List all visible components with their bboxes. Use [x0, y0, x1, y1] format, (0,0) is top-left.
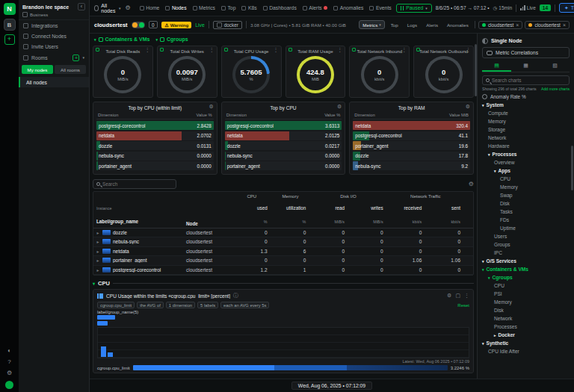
- add-space-button[interactable]: +: [4, 34, 15, 45]
- top-table-row[interactable]: portainer_agent 0.0000: [225, 161, 342, 170]
- reset-link[interactable]: Reset: [457, 303, 469, 308]
- search-input[interactable]: [102, 181, 173, 187]
- metric-card-total-network-inbound[interactable]: ⋮ Total Network Inbound 0 kbit/s: [349, 46, 410, 98]
- menu-item-ipc[interactable]: IPC: [478, 249, 574, 257]
- card-menu-icon[interactable]: ⋮: [337, 47, 342, 53]
- metric-card-total-disk-writes[interactable]: ⋮ Total Disk Writes 0.0097 MiB/s: [157, 46, 217, 98]
- tab-alerts[interactable]: Alerts: [303, 5, 327, 10]
- menu-item-disk[interactable]: Disk: [478, 306, 574, 314]
- dimension-value-bar[interactable]: [133, 365, 448, 370]
- live-status[interactable]: Live: [520, 5, 536, 10]
- room-tab-all-rooms[interactable]: All rooms: [55, 65, 86, 74]
- tab-k8s[interactable]: K8s: [241, 5, 256, 10]
- menu-item-cpu-idle-after[interactable]: CPU Idle After: [478, 347, 574, 355]
- expand-icon[interactable]: ▢: [455, 293, 460, 299]
- menu-item-cpu[interactable]: CPU: [478, 281, 574, 290]
- settings-icon[interactable]: ⚙: [7, 370, 12, 376]
- top-table-row[interactable]: netdata 320.4: [353, 121, 470, 130]
- menu-item-tasks[interactable]: Tasks: [478, 208, 574, 216]
- menu-item-storage[interactable]: Storage: [478, 125, 574, 134]
- menu-item-swap[interactable]: Swap: [478, 191, 574, 199]
- node-count-badge[interactable]: 14: [540, 4, 551, 11]
- netdata-logo[interactable]: N: [4, 3, 16, 15]
- menu-item-docker[interactable]: ▸Docker: [478, 331, 574, 339]
- collapse-sidebar-button[interactable]: ‹: [78, 3, 85, 10]
- menu-item-network[interactable]: Network: [478, 134, 574, 142]
- space-avatar[interactable]: B: [4, 19, 16, 31]
- metric-card-total-disk-reads[interactable]: ⋮ Total Disk Reads 0 MiB/s: [93, 46, 153, 98]
- table-row[interactable]: ▸ portainer_agent cloudsertest 00001.061…: [93, 256, 473, 266]
- menu-item-cgroups[interactable]: ▾Cgroups: [478, 273, 574, 281]
- node-header[interactable]: Node: [186, 221, 232, 226]
- card-menu-icon[interactable]: ⋮: [209, 47, 215, 53]
- charts-tab[interactable]: ▤: [482, 61, 511, 72]
- menu-item-system[interactable]: ▾System: [478, 101, 574, 109]
- expand-icon[interactable]: ▸: [93, 258, 102, 263]
- expand-icon[interactable]: ▸: [93, 267, 102, 273]
- open-node-chip[interactable]: cloudsertest×: [478, 21, 523, 29]
- table-settings-icon[interactable]: ⚙: [337, 104, 342, 110]
- table-search[interactable]: [93, 179, 176, 189]
- definition-chip[interactable]: the AVG of: [137, 302, 164, 308]
- column-header-received[interactable]: receivedkbit/s: [387, 199, 426, 226]
- add-charts-link[interactable]: Add more charts: [541, 87, 570, 91]
- room-all-nodes[interactable]: All nodes: [19, 77, 89, 87]
- alerts-tab[interactable]: ▧: [540, 61, 570, 72]
- column-header-read[interactable]: readMiB/s: [309, 199, 348, 226]
- menu-item-fds[interactable]: FDs: [478, 216, 574, 224]
- overview-tab[interactable]: ▦: [511, 61, 540, 72]
- menu-item-memory[interactable]: Memory: [478, 298, 574, 306]
- table-row[interactable]: ▸ dozzle cloudsertest 000000: [93, 228, 473, 238]
- node-view-logs[interactable]: Logs: [404, 21, 420, 28]
- instance-header[interactable]: Instance: [96, 206, 111, 211]
- menu-item-hardware[interactable]: Hardware: [478, 142, 574, 150]
- definition-chip[interactable]: 5 labels: [197, 302, 218, 308]
- more-icon[interactable]: ⋮: [464, 293, 469, 299]
- top-table-row[interactable]: portainer_agent 19.6: [353, 141, 470, 150]
- tab-dashboards[interactable]: Dashboards: [263, 5, 297, 10]
- time-range[interactable]: 8/6/25 • 06:57 → 07:12 •: [436, 5, 490, 10]
- tab-events[interactable]: Events: [369, 5, 391, 10]
- top-table-row[interactable]: nebula-sync 9.2: [353, 161, 470, 170]
- node-view-metrics[interactable]: Metrics▾: [359, 20, 384, 29]
- cpu-section-header[interactable]: ▾ CPU: [93, 280, 474, 287]
- help-icon[interactable]: ?: [7, 358, 10, 365]
- add-room-button[interactable]: +: [72, 55, 79, 61]
- menu-item-psi[interactable]: PSI: [478, 290, 574, 298]
- card-menu-icon[interactable]: ⋮: [401, 47, 407, 53]
- tab-anomalies[interactable]: Anomalies: [333, 5, 363, 10]
- metric-correlations-button[interactable]: Metric Correlations: [482, 47, 570, 58]
- top-table-row[interactable]: netdata 2.0125: [225, 131, 342, 140]
- menu-item-memory[interactable]: Memory: [478, 183, 574, 191]
- chart-settings-icon[interactable]: ⚙: [447, 293, 451, 299]
- scrollbar[interactable]: [571, 146, 573, 190]
- menu-item-compute[interactable]: Compute: [478, 109, 574, 117]
- top-table-row[interactable]: netdata 2.0702: [96, 131, 214, 140]
- menu-item-overview[interactable]: Overview: [478, 158, 574, 167]
- menu-item-groups[interactable]: Groups: [478, 240, 574, 249]
- sidebar-item-integrations[interactable]: Integrations: [19, 20, 89, 31]
- duration-selector[interactable]: ◷ 15min: [493, 5, 512, 11]
- breadcrumb-section[interactable]: ▾ Containers & VMs: [94, 37, 149, 42]
- top-table-row[interactable]: nebula-sync 0.0000: [225, 152, 342, 161]
- node-view-top[interactable]: Top: [388, 21, 401, 28]
- table-settings-icon[interactable]: ⚙: [209, 104, 213, 110]
- top-table-row[interactable]: dozzle 0.0217: [225, 141, 342, 150]
- menu-item-o-s-services[interactable]: ▾O/S Services: [478, 257, 574, 265]
- timeline-bar[interactable]: Wed, Aug 06, 2025 • 07:12:09: [90, 379, 574, 392]
- sidebar-item-invite-users[interactable]: Invite Users: [19, 41, 89, 52]
- menu-item-processes[interactable]: ▾Processes: [478, 150, 574, 158]
- column-header-utilization[interactable]: utilization%: [271, 199, 310, 226]
- top-table-row[interactable]: portainer_agent 0.0000: [96, 161, 214, 170]
- menu-item-memory[interactable]: Memory: [478, 117, 574, 125]
- top-table-row[interactable]: dozzle 17.8: [353, 152, 470, 161]
- legend-pill[interactable]: [97, 321, 108, 326]
- theme-icon[interactable]: ◐: [7, 347, 11, 354]
- cpu-limit-chart[interactable]: CPU Usage within the limits «cgroup.cpu_…: [93, 289, 474, 373]
- warning-badge[interactable]: ⚠ Warning: [161, 22, 191, 28]
- node-view-alerts[interactable]: Alerts: [423, 21, 441, 28]
- menu-item-cpu[interactable]: CPU: [478, 175, 574, 183]
- chart-search[interactable]: [482, 75, 570, 85]
- instance-sub-header[interactable]: Label/group_name: [96, 219, 138, 224]
- critical-alerts-badge[interactable]: 0: [149, 21, 158, 28]
